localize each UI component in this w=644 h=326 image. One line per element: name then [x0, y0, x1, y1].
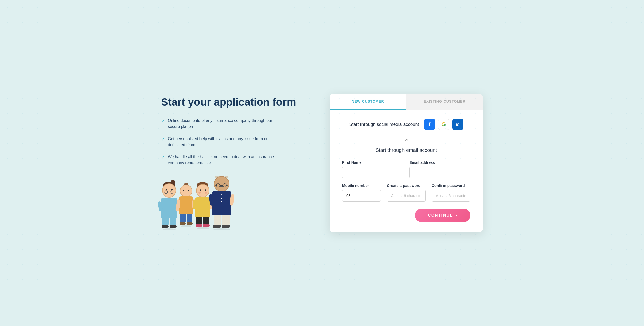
email-section-title: Start through email account: [342, 147, 470, 153]
page-title: Start your application form: [161, 96, 314, 108]
confirm-password-label: Confirm password: [432, 183, 470, 188]
person-1: [161, 183, 177, 230]
feature-list: ✓ Online documents of any insurnance com…: [161, 118, 314, 166]
feature-item-3: ✓ We handle all the hassle, no need to d…: [161, 154, 282, 166]
form-row-2: Mobile number Create a password Confirm …: [342, 183, 470, 202]
facebook-icon: f: [429, 121, 430, 128]
continue-arrow-icon: ›: [456, 213, 457, 218]
first-name-label: First Name: [342, 160, 403, 165]
first-name-group: First Name: [342, 160, 403, 178]
form-row-1: First Name Email address: [342, 160, 470, 178]
email-group: Email address: [409, 160, 470, 178]
google-login-button[interactable]: G: [438, 119, 449, 130]
continue-button[interactable]: CONTINUE ›: [415, 209, 470, 222]
divider-line-right: [412, 139, 470, 139]
mobile-label: Mobile number: [342, 183, 381, 188]
check-icon-1: ✓: [161, 118, 165, 125]
google-icon: G: [441, 121, 446, 128]
form-content: Start through social media account f G i…: [330, 110, 483, 232]
tab-new-customer[interactable]: NEW CUSTOMER: [330, 94, 406, 110]
social-login-row: Start through social media account f G i…: [342, 119, 470, 130]
mobile-input[interactable]: [342, 190, 381, 202]
social-icons: f G in: [424, 119, 463, 130]
first-name-input[interactable]: [342, 167, 403, 178]
person-4: [212, 176, 231, 230]
svg-point-1: [170, 191, 173, 194]
email-input[interactable]: [409, 167, 470, 178]
facebook-login-button[interactable]: f: [424, 119, 435, 130]
illustration: [161, 176, 314, 230]
tab-bar: NEW CUSTOMER EXISTING CUSTOMER: [330, 94, 483, 110]
check-icon-2: ✓: [161, 136, 165, 143]
person-2: [179, 185, 193, 227]
check-icon-3: ✓: [161, 154, 165, 161]
divider: or: [342, 137, 470, 141]
form-card: NEW CUSTOMER EXISTING CUSTOMER Start thr…: [330, 94, 483, 232]
tab-existing-customer[interactable]: EXISTING CUSTOMER: [406, 94, 483, 110]
linkedin-login-button[interactable]: in: [452, 119, 463, 130]
person-3: [195, 184, 210, 229]
left-panel: Start your application form ✓ Online doc…: [161, 91, 314, 235]
social-label: Start through social media account: [349, 122, 419, 127]
linkedin-icon: in: [456, 122, 459, 127]
svg-point-0: [165, 191, 168, 194]
continue-label: CONTINUE: [428, 213, 453, 218]
password-label: Create a password: [387, 183, 426, 188]
continue-row: CONTINUE ›: [342, 209, 470, 222]
password-group: Create a password: [387, 183, 426, 202]
divider-text: or: [405, 137, 408, 141]
mobile-group: Mobile number: [342, 183, 381, 202]
confirm-password-group: Confirm password: [432, 183, 470, 202]
email-label: Email address: [409, 160, 470, 165]
password-input[interactable]: [387, 190, 426, 202]
feature-item-1: ✓ Online documents of any insurnance com…: [161, 118, 282, 130]
divider-line-left: [342, 139, 400, 139]
feature-item-2: ✓ Get personalized help with claims and …: [161, 136, 282, 148]
confirm-password-input[interactable]: [432, 190, 470, 202]
